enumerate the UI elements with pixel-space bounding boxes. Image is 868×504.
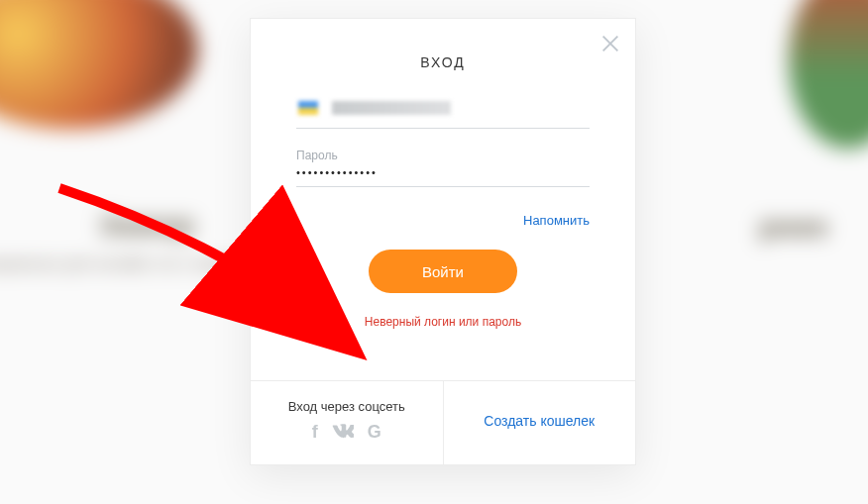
create-wallet-link[interactable]: Создать кошелек [452,399,628,429]
bg-headline-right: рнее [759,210,828,244]
login-modal: ВХОД Пароль •••••••••••••• Напомнить Вой… [250,18,636,465]
bg-headline-left: Зажар [99,208,195,242]
create-wallet-block: Создать кошелек [444,381,636,464]
close-button[interactable] [599,33,621,54]
modal-title: ВХОД [251,19,635,92]
country-flag-icon [298,101,318,115]
error-message: Неверный логин или пароль [296,315,590,358]
social-title: Вход через соцсеть [259,399,435,414]
password-field[interactable]: Пароль •••••••••••••• [296,149,590,187]
facebook-icon[interactable]: f [312,422,318,443]
close-icon [599,33,621,54]
login-field[interactable] [296,92,590,129]
vk-icon[interactable] [332,422,354,443]
submit-button[interactable]: Войти [369,250,517,293]
modal-footer: Вход через соцсеть f G Создать кошелек [251,380,635,464]
remind-link[interactable]: Напомнить [296,207,590,250]
password-masked-value: •••••••••••••• [296,164,590,178]
google-icon[interactable]: G [368,422,381,443]
login-value-blurred [332,101,451,115]
social-login-block: Вход через соцсеть f G [251,381,444,464]
password-label: Пароль [296,149,590,164]
